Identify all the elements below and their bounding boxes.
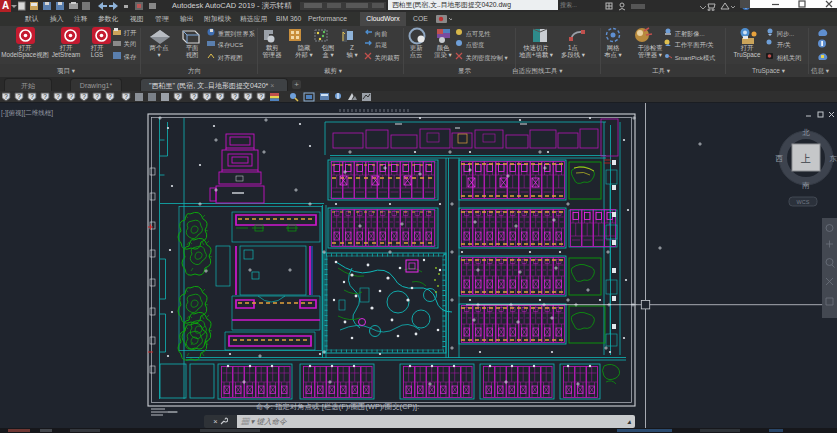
svg-text:南: 南 (801, 181, 810, 190)
svg-text:上: 上 (800, 153, 811, 164)
svg-text:北: 北 (802, 128, 810, 137)
svg-text:WCS: WCS (797, 199, 810, 205)
svg-text:西: 西 (775, 154, 783, 163)
svg-text:东: 东 (829, 154, 837, 163)
